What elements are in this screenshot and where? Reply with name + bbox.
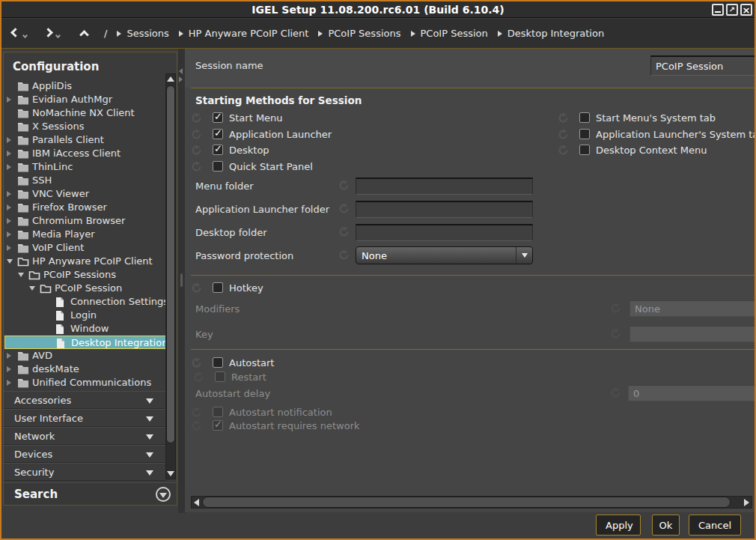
sidebar-section-user-interface[interactable]: User Interface [4, 409, 167, 427]
desktop-folder-input[interactable] [356, 224, 533, 241]
sidebar-section-security[interactable]: Security [4, 463, 167, 481]
checkbox-row-desktop-context-menu[interactable]: Desktop Context Menu [558, 143, 707, 157]
sidebar-item-vnc-viewer[interactable]: VNC Viewer [4, 187, 177, 201]
start-menu-checkbox[interactable] [213, 112, 223, 123]
desktop-checkbox[interactable] [213, 145, 223, 155]
expander-collapsed-icon[interactable] [7, 191, 11, 197]
breadcrumb-item-desktop-integration[interactable]: Desktop Integration [507, 28, 604, 39]
horizontal-scrollbar-thumb[interactable] [202, 497, 731, 508]
splitter-collapse-icons[interactable] [179, 68, 183, 82]
breadcrumb-item-pcoip-session[interactable]: PCoIP Session [421, 28, 488, 39]
expander-collapsed-icon[interactable] [7, 231, 11, 237]
splitter-handle[interactable] [180, 273, 183, 287]
back-history-dropdown-icon[interactable] [22, 33, 28, 38]
sidebar-item-chromium-browser[interactable]: Chromium Browser [4, 214, 177, 228]
reset-to-default-icon[interactable] [558, 129, 569, 140]
close-button[interactable]: × [740, 4, 752, 16]
sidebar-item-ibm-iaccess-client[interactable]: IBM iAccess Client [4, 147, 177, 160]
titlebar[interactable]: IGEL Setup 11.08.200.rc6.01 (Build 6.10.… [1, 1, 755, 18]
back-button[interactable] [12, 29, 27, 37]
sidebar-item-deskmate[interactable]: deskMate [4, 362, 177, 376]
reset-to-default-icon[interactable] [558, 112, 569, 124]
sidebar-item-firefox-browser[interactable]: Firefox Browser [4, 201, 177, 214]
sidebar-item-hp-anyware-pcoip-client[interactable]: HP Anyware PCoIP Client [4, 255, 177, 268]
scroll-down-button[interactable] [166, 469, 175, 479]
quick-start-panel-checkbox[interactable] [213, 161, 223, 172]
checkbox-row-application-launcher-s-system-tab[interactable]: Application Launcher's System tab [558, 127, 756, 141]
sidebar-item-avd[interactable]: AVD [4, 349, 177, 362]
forward-button[interactable] [45, 29, 60, 37]
checkbox-row-autostart[interactable]: Autostart [191, 356, 274, 369]
sidebar-item-login[interactable]: Login [4, 309, 177, 322]
cancel-button[interactable]: Cancel [689, 515, 741, 536]
sidebar-scrollbar[interactable] [165, 73, 176, 479]
sidebar-item-nomachine-nx-client[interactable]: NoMachine NX Client [4, 106, 177, 120]
breadcrumb-item-sessions[interactable]: Sessions [126, 28, 168, 39]
sidebar-item-voip-client[interactable]: VoIP Client [4, 241, 177, 255]
sidebar-item-x-sessions[interactable]: X Sessions [4, 120, 177, 133]
expander-collapsed-icon[interactable] [7, 204, 11, 210]
expander-collapsed-icon[interactable] [7, 353, 11, 359]
scroll-right-button[interactable] [742, 497, 752, 508]
reset-to-default-icon[interactable] [191, 161, 202, 172]
sidebar-item-media-player[interactable]: Media Player [4, 228, 177, 241]
session-name-input[interactable] [650, 55, 756, 76]
sidebar-item-window[interactable]: Window [4, 322, 177, 336]
expander-expanded-icon[interactable] [29, 286, 35, 291]
checkbox-row-start-menu-s-system-tab[interactable]: Start Menu's System tab [558, 111, 716, 124]
scroll-left-button[interactable] [192, 497, 201, 508]
sidebar-item-pcoip-session[interactable]: PCoIP Session [4, 282, 177, 295]
reset-to-default-icon[interactable] [338, 249, 350, 261]
sidebar-item-unified-communications[interactable]: Unified Communications [4, 376, 177, 389]
desktop-context-menu-checkbox[interactable] [579, 145, 590, 155]
breadcrumb-item-pcoip-sessions[interactable]: PCoIP Sessions [328, 28, 400, 39]
expander-collapsed-icon[interactable] [7, 245, 11, 251]
reset-to-default-icon[interactable] [338, 226, 350, 237]
reset-to-default-icon[interactable] [191, 282, 202, 294]
sidebar-scrollbar-thumb[interactable] [166, 85, 175, 443]
hotkey-checkbox[interactable] [213, 282, 223, 293]
reset-to-default-icon[interactable] [191, 112, 202, 124]
sidebar-item-pcoip-sessions[interactable]: PCoIP Sessions [4, 268, 177, 282]
reset-to-default-icon[interactable] [338, 180, 350, 191]
checkbox-row-application-launcher[interactable]: Application Launcher [191, 127, 332, 141]
sidebar-item-evidian-authmgr[interactable]: Evidian AuthMgr [4, 93, 177, 106]
application-launcher-s-system-tab-checkbox[interactable] [579, 129, 590, 139]
checkbox-row-start-menu[interactable]: Start Menu [191, 111, 283, 124]
sidebar-item-ssh[interactable]: SSH [4, 174, 177, 187]
start-menu-s-system-tab-checkbox[interactable] [579, 112, 590, 123]
reset-to-default-icon[interactable] [191, 145, 202, 156]
checkbox-row-quick-start-panel[interactable]: Quick Start Panel [191, 160, 313, 173]
expander-expanded-icon[interactable] [18, 273, 24, 277]
autostart-checkbox[interactable] [213, 357, 223, 368]
application-launcher-folder-input[interactable] [356, 201, 533, 218]
password-protection-dropdown[interactable]: None [356, 246, 533, 264]
up-button[interactable] [81, 29, 88, 38]
search-expand-button[interactable] [156, 487, 171, 502]
scroll-up-button[interactable] [166, 74, 175, 84]
reset-to-default-icon[interactable] [191, 357, 202, 368]
maximize-button[interactable]: ↗ [726, 4, 738, 16]
expander-collapsed-icon[interactable] [7, 218, 11, 224]
sidebar-item-desktop-integration[interactable]: Desktop Integration [4, 336, 168, 349]
expander-collapsed-icon[interactable] [7, 151, 11, 157]
minimize-button[interactable] [712, 4, 724, 16]
ok-button[interactable]: Ok [652, 515, 680, 536]
reset-to-default-icon[interactable] [558, 145, 569, 156]
forward-history-dropdown-icon[interactable] [55, 33, 61, 38]
dropdown-arrow-button[interactable] [516, 247, 532, 264]
expander-collapsed-icon[interactable] [7, 366, 11, 372]
sidebar-section-network[interactable]: Network [4, 427, 167, 445]
sidebar-section-devices[interactable]: Devices [4, 445, 167, 463]
checkbox-row-hotkey[interactable]: Hotkey [191, 281, 263, 294]
expander-expanded-icon[interactable] [7, 259, 13, 264]
breadcrumb-item-hp-anyware-pcoip-client[interactable]: HP Anyware PCoIP Client [189, 28, 309, 39]
search-section[interactable]: Search [4, 482, 177, 506]
apply-button[interactable]: Apply [596, 515, 641, 536]
sidebar-item-parallels-client[interactable]: Parallels Client [4, 133, 177, 147]
reset-to-default-icon[interactable] [338, 203, 350, 214]
expander-collapsed-icon[interactable] [7, 97, 11, 103]
sidebar-item-connection-settings[interactable]: Connection Settings [4, 295, 177, 309]
sidebar-item-applidis[interactable]: AppliDis [4, 79, 177, 93]
sidebar-item-thinlinc[interactable]: ThinLinc [4, 160, 177, 174]
